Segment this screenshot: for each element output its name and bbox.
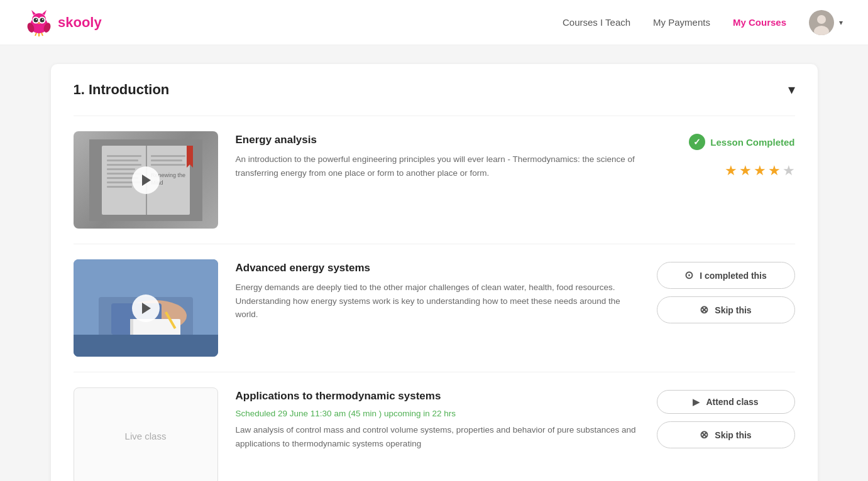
star-rating: ★ ★ ★ ★ ★ [725,163,795,179]
svg-point-9 [42,19,43,20]
skip-btn-thermo-label: Skip this [715,430,751,440]
video-icon: ▶ [693,397,700,407]
svg-point-6 [34,18,38,22]
lesson-row: Live class Applications to thermodynamic… [74,372,795,481]
avatar [809,10,834,35]
x-circle-icon-2: ⊗ [700,428,708,441]
svg-line-13 [35,33,36,36]
lesson-info-1: Energy analysis An introduction to the p… [236,131,639,180]
star-3: ★ [754,163,766,179]
lesson-row: Advanced energy systems Energy demands a… [74,244,795,372]
play-button-2[interactable] [132,295,160,322]
svg-marker-35 [187,146,193,168]
svg-rect-29 [107,186,132,188]
lesson-thumbnail-writing [74,259,218,357]
collapse-button[interactable]: ▾ [788,82,795,98]
attend-btn[interactable]: ▶ Attend class [657,390,795,414]
completed-btn-advanced[interactable]: ⊙ I completed this [657,262,795,289]
header: skooly Courses I Teach My Payments My Co… [0,0,868,45]
logo-text: skooly [58,14,102,31]
nav: Courses I Teach My Payments My Courses ▾ [563,10,843,35]
lesson-title-2: Advanced energy systems [236,262,639,274]
section-header: 1. Introduction ▾ [74,82,795,98]
star-4: ★ [768,163,781,179]
skip-btn-advanced[interactable]: ⊗ Skip this [657,296,795,323]
attend-btn-label: Attend class [706,397,758,407]
lesson-info-3: Applications to thermodynamic systems Sc… [236,387,639,450]
completed-label: Lesson Completed [710,137,794,148]
logo[interactable]: skooly [25,9,102,36]
svg-point-7 [40,18,45,22]
svg-rect-31 [151,159,182,161]
live-class-thumbnail: Live class [74,387,218,481]
svg-rect-43 [74,335,218,357]
logo-owl-icon [25,9,53,36]
svg-rect-25 [107,168,135,170]
lesson-title-3: Applications to thermodynamic systems [236,390,639,403]
lesson-actions-2: ⊙ I completed this ⊗ Skip this [657,259,795,323]
skip-btn-label: Skip this [715,305,751,315]
avatar-icon [809,10,834,35]
live-class-label: Live class [125,431,167,441]
lesson-desc-2: Energy demands are deeply tied to the ot… [236,281,639,322]
svg-line-15 [41,33,43,36]
chevron-down-icon: ▾ [839,18,843,27]
play-button-1[interactable] [132,166,160,194]
svg-point-8 [36,19,37,20]
lesson-info-2: Advanced energy systems Energy demands a… [236,259,639,322]
lesson-schedule: Scheduled 29 June 11:30 am (45 min ) upc… [236,409,639,418]
svg-point-17 [817,15,826,24]
lesson-actions-3: ▶ Attend class ⊗ Skip this [657,387,795,448]
svg-rect-22 [107,155,141,157]
lesson-thumbnail-book: Renewing the Mind [74,131,218,229]
svg-rect-24 [107,164,141,166]
lesson-actions-1: ✓ Lesson Completed ★ ★ ★ ★ ★ [657,131,795,179]
nav-my-courses[interactable]: My Courses [733,17,786,28]
lesson-title-1: Energy analysis [236,134,639,146]
completed-icon: ✓ [689,134,705,150]
lesson-row: Renewing the Mind Energy analysis An int… [74,116,795,244]
main-content: 1. Introduction ▾ [26,64,843,481]
section-card: 1. Introduction ▾ [51,64,818,481]
nav-my-payments[interactable]: My Payments [653,17,710,28]
nav-courses-teach[interactable]: Courses I Teach [563,17,630,28]
completed-btn-label: I completed this [700,271,767,281]
svg-rect-23 [107,159,138,161]
svg-rect-30 [151,155,185,157]
star-2: ★ [739,163,752,179]
svg-rect-32 [151,164,185,166]
star-1: ★ [725,163,737,179]
user-menu[interactable]: ▾ [809,10,843,35]
lesson-desc-1: An introduction to the powerful engineer… [236,153,639,180]
lesson-desc-3: Law analysis of control mass and control… [236,423,639,450]
completed-badge: ✓ Lesson Completed [689,134,794,150]
check-circle-icon: ⊙ [684,269,693,282]
skip-btn-thermo[interactable]: ⊗ Skip this [657,421,795,448]
x-circle-icon: ⊗ [700,303,708,316]
star-5: ★ [783,163,795,179]
section-title: 1. Introduction [74,82,170,98]
